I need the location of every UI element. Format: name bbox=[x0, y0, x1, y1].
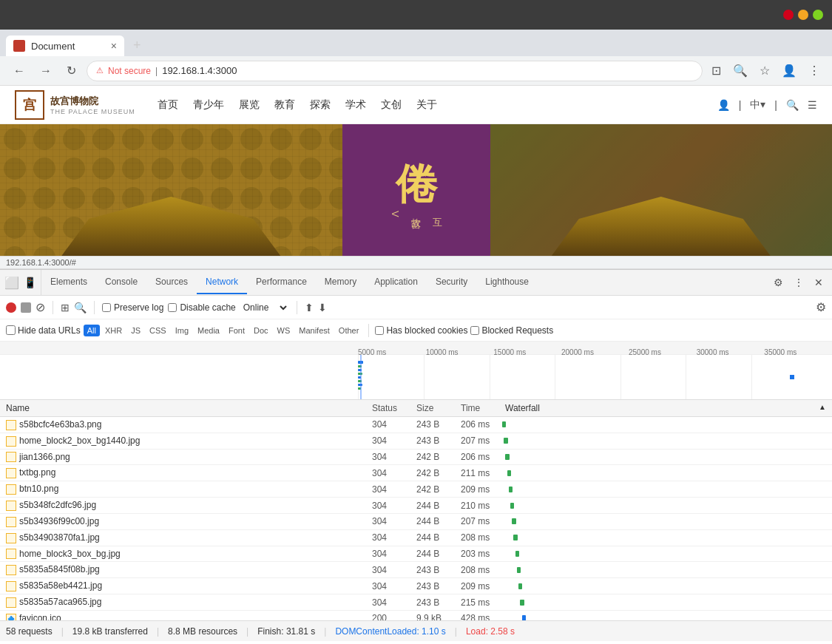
clear-button[interactable]: ⊘ bbox=[35, 300, 45, 314]
hide-data-urls-input[interactable] bbox=[6, 325, 16, 335]
profile-button[interactable]: 👤 bbox=[779, 61, 799, 81]
tab-lighthouse[interactable]: Lighthouse bbox=[476, 271, 538, 294]
table-row[interactable]: s5835a57aca965.jpg304243 B215 ms bbox=[0, 594, 832, 611]
table-row[interactable]: 🔷favicon.ico2009.9 kB428 ms bbox=[0, 610, 832, 620]
back-button[interactable]: ← bbox=[9, 61, 30, 81]
cast-button[interactable]: ⊡ bbox=[708, 61, 724, 81]
window-maximize-button[interactable] bbox=[813, 10, 823, 20]
search-button[interactable]: 🔍 bbox=[730, 61, 751, 81]
record-button[interactable] bbox=[6, 302, 16, 313]
filter-font[interactable]: Font bbox=[225, 325, 248, 336]
nav-search-icon[interactable]: 🔍 bbox=[786, 99, 799, 111]
device-toolbar-button[interactable]: 📱 bbox=[22, 275, 38, 290]
reload-button[interactable]: ↻ bbox=[62, 61, 81, 81]
file-icon bbox=[6, 452, 16, 462]
bookmark-button[interactable]: ☆ bbox=[757, 61, 773, 81]
address-input-container[interactable]: ⚠ Not secure | 192.168.1.4:3000 bbox=[87, 61, 703, 81]
nav-item-explore[interactable]: 探索 bbox=[310, 98, 331, 112]
forward-button[interactable]: → bbox=[35, 61, 56, 81]
nav-item-cultural[interactable]: 文创 bbox=[381, 98, 402, 112]
table-row[interactable]: jian1366.png304242 B206 ms bbox=[0, 449, 832, 465]
has-blocked-cookies-checkbox[interactable]: Has blocked cookies bbox=[375, 325, 467, 336]
tab-close-button[interactable]: × bbox=[111, 40, 117, 52]
filter-manifest[interactable]: Manifest bbox=[295, 325, 334, 336]
tab-security[interactable]: Security bbox=[427, 271, 476, 294]
filter-img[interactable]: Img bbox=[172, 325, 192, 336]
has-blocked-cookies-input[interactable] bbox=[375, 326, 384, 335]
file-icon bbox=[6, 581, 16, 592]
cell-name: s5b34903870fa1.jpg bbox=[0, 529, 366, 546]
cell-size: 242 B bbox=[410, 481, 455, 498]
table-row[interactable]: s5835a58eb4421.jpg304243 B209 ms bbox=[0, 578, 832, 594]
nav-lang-icon[interactable]: 中▾ bbox=[750, 98, 765, 112]
col-header-status[interactable]: Status bbox=[366, 400, 410, 417]
menu-button[interactable]: ⋮ bbox=[805, 61, 823, 81]
filter-button[interactable]: ⊞ bbox=[61, 302, 70, 313]
col-header-size[interactable]: Size bbox=[410, 400, 455, 417]
table-row[interactable]: s5835a5845f08b.jpg304243 B208 ms bbox=[0, 562, 832, 578]
nav-item-education[interactable]: 教育 bbox=[274, 98, 295, 112]
col-header-name[interactable]: Name bbox=[0, 400, 366, 417]
blocked-requests-input[interactable] bbox=[470, 326, 479, 335]
tab-memory[interactable]: Memory bbox=[316, 271, 365, 294]
col-header-waterfall[interactable]: Waterfall ▲ bbox=[499, 400, 832, 417]
cell-status: 304 bbox=[366, 578, 410, 594]
tab-application[interactable]: Application bbox=[365, 271, 427, 294]
tab-network[interactable]: Network bbox=[197, 271, 247, 294]
stop-recording-button[interactable] bbox=[21, 302, 31, 313]
export-button[interactable]: ⬇ bbox=[318, 302, 327, 313]
filter-bar: Hide data URLs All XHR JS CSS Img Media … bbox=[0, 319, 832, 342]
table-row[interactable]: s5b34936f99c00.jpg304244 B207 ms bbox=[0, 513, 832, 529]
disable-cache-checkbox[interactable]: Disable cache bbox=[168, 302, 235, 313]
blocked-requests-checkbox[interactable]: Blocked Requests bbox=[470, 325, 553, 336]
devtools-more-button[interactable]: ⋮ bbox=[789, 274, 808, 291]
filter-other[interactable]: Other bbox=[335, 325, 363, 336]
table-row[interactable]: btn10.png304242 B209 ms bbox=[0, 481, 832, 498]
nav-item-exhibition[interactable]: 展览 bbox=[239, 98, 260, 112]
table-row[interactable]: home_block2_box_bg1440.jpg304243 B207 ms bbox=[0, 433, 832, 449]
nav-item-academic[interactable]: 学术 bbox=[345, 98, 366, 112]
nav-item-home[interactable]: 首页 bbox=[158, 98, 178, 112]
waterfall-bar bbox=[502, 421, 506, 427]
hide-data-urls-checkbox[interactable]: Hide data URLs bbox=[6, 325, 81, 336]
browser-tab[interactable]: Document × bbox=[6, 35, 124, 56]
throttle-select[interactable]: Online Fast 3G Slow 3G Offline bbox=[240, 302, 289, 313]
nav-menu-icon[interactable]: ☰ bbox=[808, 99, 817, 111]
tab-performance[interactable]: Performance bbox=[247, 271, 316, 294]
table-row[interactable]: s5b348fc2dfc96.jpg304244 B210 ms bbox=[0, 498, 832, 514]
tab-console[interactable]: Console bbox=[96, 271, 146, 294]
site-logo: 宫 故宫博物院 THE PALACE MUSEUM bbox=[15, 90, 135, 120]
devtools-close-button[interactable]: ✕ bbox=[810, 274, 828, 291]
window-minimize-button[interactable] bbox=[798, 10, 808, 20]
filter-media[interactable]: Media bbox=[194, 325, 223, 336]
preserve-log-input[interactable] bbox=[102, 303, 111, 312]
new-tab-button[interactable]: + bbox=[127, 35, 147, 56]
nav-user-icon[interactable]: 👤 bbox=[717, 99, 730, 111]
filter-css[interactable]: CSS bbox=[146, 325, 170, 336]
devtools-settings-button[interactable]: ⚙ bbox=[769, 274, 788, 291]
col-header-time[interactable]: Time bbox=[455, 400, 499, 417]
import-button[interactable]: ⬆ bbox=[305, 302, 314, 313]
network-settings-button[interactable]: ⚙ bbox=[816, 300, 826, 314]
filter-all[interactable]: All bbox=[84, 325, 100, 336]
table-row[interactable]: home_block3_box_bg.jpg304244 B203 ms bbox=[0, 546, 832, 562]
filter-doc[interactable]: Doc bbox=[250, 325, 272, 336]
disable-cache-input[interactable] bbox=[168, 303, 177, 312]
table-row[interactable]: txtbg.png304242 B211 ms bbox=[0, 465, 832, 481]
cell-time: 210 ms bbox=[455, 498, 499, 514]
filter-ws[interactable]: WS bbox=[274, 325, 294, 336]
grid-line-4 bbox=[555, 355, 555, 399]
search-button[interactable]: 🔍 bbox=[74, 302, 87, 313]
tab-sources[interactable]: Sources bbox=[146, 271, 197, 294]
table-row[interactable]: s5b34903870fa1.jpg304244 B208 ms bbox=[0, 529, 832, 546]
filter-xhr[interactable]: XHR bbox=[101, 325, 126, 336]
nav-item-youth[interactable]: 青少年 bbox=[193, 98, 224, 112]
nav-item-about[interactable]: 关于 bbox=[416, 98, 437, 112]
tab-elements[interactable]: Elements bbox=[41, 271, 96, 294]
filter-js[interactable]: JS bbox=[127, 325, 144, 336]
table-row[interactable]: s58bcfc4e63ba3.png304243 B206 ms bbox=[0, 417, 832, 433]
inspect-element-button[interactable]: ⬜ bbox=[3, 274, 21, 291]
window-close-button[interactable] bbox=[783, 10, 794, 20]
preserve-log-checkbox[interactable]: Preserve log bbox=[102, 302, 163, 313]
network-table-wrapper[interactable]: Name Status Size Time Waterfall ▲ s58bcf… bbox=[0, 400, 832, 620]
